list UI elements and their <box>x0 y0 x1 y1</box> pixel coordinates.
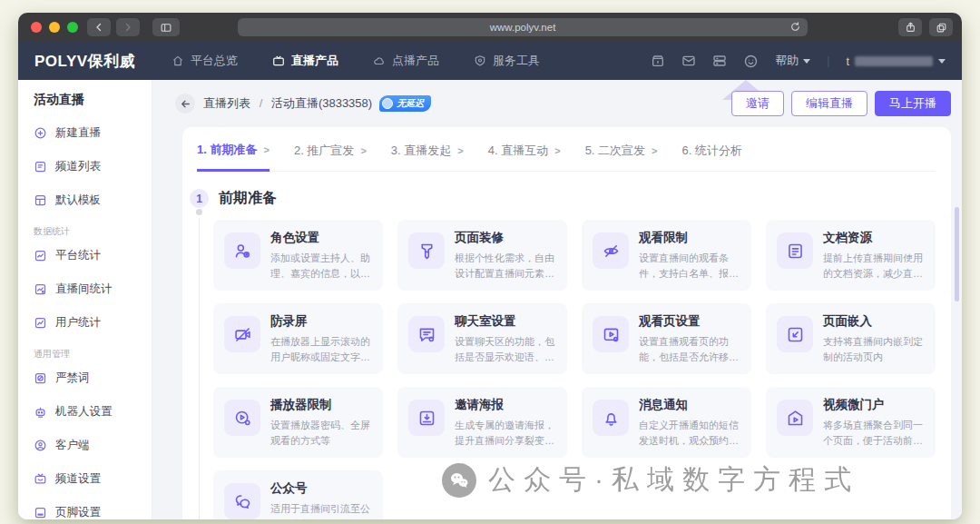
zoom-window-button[interactable] <box>67 22 78 33</box>
robot-icon <box>34 405 47 419</box>
browser-window: www.polyv.net POLYV保利威 平台总览 直播产品 <box>18 13 962 519</box>
chevron-right-icon: > <box>652 145 657 156</box>
forward-button[interactable] <box>116 18 140 36</box>
mail-icon[interactable] <box>681 54 696 68</box>
sidebar-item-default-template[interactable]: 默认模板 <box>34 183 146 217</box>
tab-preparation[interactable]: 1. 前期准备> <box>197 142 270 172</box>
nav-item-service-tools[interactable]: 服务工具 <box>474 53 540 69</box>
channel-list-icon <box>34 160 47 173</box>
breadcrumb-root[interactable]: 直播列表 <box>203 96 250 110</box>
sidebar-item-channel-list[interactable]: 频道列表 <box>34 150 146 183</box>
url-text: www.polyv.net <box>490 22 556 33</box>
sidebar-item-new-live[interactable]: 新建直播 <box>34 116 146 150</box>
no-delay-badge: 无延迟 <box>379 95 431 112</box>
step-tabs: 1. 前期准备> 2. 推广宣发> 3. 直播发起> 4. 直播互动> 5. 二… <box>197 127 936 172</box>
help-menu[interactable]: 帮助 <box>775 53 810 69</box>
tab-launch[interactable]: 3. 直播发起> <box>391 142 464 171</box>
sidebar-toggle-button[interactable] <box>152 18 180 36</box>
back-button[interactable] <box>87 18 111 36</box>
sidebar-section-stats: 数据统计 <box>34 225 146 238</box>
back-circle-button[interactable] <box>175 94 195 114</box>
sidebar-item-room-stats[interactable]: 直播间统计 <box>34 272 146 306</box>
header-buttons: 邀请 编辑直播 马上开播 <box>731 91 951 116</box>
document-icon <box>777 232 813 269</box>
chart-icon <box>34 316 47 330</box>
timeline-line <box>199 218 200 519</box>
tab-overview-button[interactable] <box>929 18 953 36</box>
card-document-resources[interactable]: 文档资源提前上传直播期间使用的文档资源，减少直播中的失… <box>766 220 936 291</box>
badge-icon <box>382 98 393 109</box>
eye-off-icon <box>593 232 629 269</box>
poster-icon <box>408 400 445 436</box>
footer-icon <box>34 506 47 519</box>
card-player-restriction[interactable]: 播放器限制设置播放器密码、全屏观看的方式等 <box>213 387 383 458</box>
tab-promotion[interactable]: 2. 推广宣发> <box>294 142 367 171</box>
nav-right-cluster: 帮助 | t <box>651 53 946 69</box>
divider: | <box>827 54 829 67</box>
watermark-text: 公众号·私域数字方程式 <box>488 461 859 499</box>
chevron-right-icon: > <box>457 145 463 156</box>
tab-repromotion[interactable]: 5. 二次宣发> <box>585 142 658 171</box>
roles-icon <box>224 232 260 269</box>
embed-icon <box>777 316 813 352</box>
tab-interaction[interactable]: 4. 直播互动> <box>488 142 561 171</box>
card-role-settings[interactable]: 角色设置添加或设置主持人、助理、嘉宾的信息，以及新增助… <box>213 220 383 291</box>
card-page-embed[interactable]: 页面嵌入支持将直播间内嵌到定制的活动页内 <box>766 303 936 374</box>
chevron-right-icon: > <box>554 145 560 156</box>
invite-button[interactable]: 邀请 <box>731 91 784 116</box>
card-invite-poster[interactable]: 邀请海报生成专属的邀请海报，提升直播间分享裂变的效果 <box>397 387 567 458</box>
share-button[interactable] <box>898 18 922 36</box>
sidebar-icon <box>160 22 172 34</box>
card-page-decoration[interactable]: 页面装修根据个性化需求，自由设计配置直播间元素。支持自… <box>397 220 567 291</box>
breadcrumb-current: 活动直播(3833358) <box>271 96 372 110</box>
sidebar-item-user-stats[interactable]: 用户统计 <box>34 306 146 340</box>
sidebar-item-banned-words[interactable]: 严禁词 <box>34 361 146 395</box>
sidebar-item-robot-settings[interactable]: 机器人设置 <box>34 395 146 429</box>
minimize-window-button[interactable] <box>49 22 60 33</box>
customer-service-icon[interactable] <box>743 54 759 69</box>
account-menu[interactable]: t <box>846 54 946 68</box>
card-watch-page-settings[interactable]: 观看页设置设置直播观看页的功能，包括是否允许移动端观看等 <box>582 303 751 374</box>
browser-titlebar: www.polyv.net <box>18 13 962 42</box>
card-anti-screen-record[interactable]: 防录屏在播放器上显示滚动的用户昵称或固定文字，达到防… <box>213 303 383 374</box>
breadcrumb-separator: / <box>260 96 263 110</box>
tab-analytics[interactable]: 6. 统计分析 <box>682 142 742 171</box>
card-official-account[interactable]: 公众号适用于直播间引流至公众号或客服，沉淀用户至私域… <box>213 470 383 519</box>
edit-live-button[interactable]: 编辑直播 <box>791 91 867 116</box>
polyv-logo[interactable]: POLYV保利威 <box>34 51 135 72</box>
sidebar-item-footer-settings[interactable]: 页脚设置 <box>34 496 146 519</box>
chevron-down-icon <box>803 59 810 64</box>
share-icon <box>905 21 916 34</box>
address-bar[interactable]: www.polyv.net <box>238 18 808 36</box>
portal-icon <box>777 400 813 436</box>
card-chatroom-settings[interactable]: 聊天室设置设置聊天区的功能，包括是否显示欢迎语、是否支持… <box>397 303 567 374</box>
tools-icon <box>474 54 486 67</box>
nav-item-platform-overview[interactable]: 平台总览 <box>172 53 238 69</box>
chevron-right-icon: > <box>263 144 269 155</box>
close-window-button[interactable] <box>31 22 42 33</box>
bell-icon <box>593 400 629 436</box>
start-live-button[interactable]: 马上开播 <box>875 91 951 116</box>
watermark: 公众号·私域数字方程式 <box>442 461 859 499</box>
nav-item-live-products[interactable]: 直播产品 <box>272 53 338 69</box>
section-number: 1 <box>190 189 209 208</box>
sidebar-item-platform-stats[interactable]: 平台统计 <box>34 239 146 272</box>
section-header: 1 前期准备 <box>190 189 951 208</box>
nav-item-vod-products[interactable]: 点播产品 <box>373 53 439 69</box>
card-video-portal[interactable]: 视频微门户将多场直播聚合到同一个页面，便于活动前期的宣发… <box>766 387 936 458</box>
storage-box-icon[interactable] <box>651 54 665 68</box>
scrollbar-thumb[interactable] <box>955 207 959 302</box>
chevron-right-icon: > <box>360 145 366 156</box>
card-message-notification[interactable]: 消息通知自定义开播通知的短信发送时机，观众预约直播后，… <box>582 387 751 458</box>
reload-icon[interactable] <box>789 21 801 33</box>
card-watch-restriction[interactable]: 观看限制设置直播间的观看条件，支持白名单、报名观看、验… <box>582 220 751 291</box>
player-restrict-icon <box>224 400 260 436</box>
titlebar-right-buttons <box>898 18 953 36</box>
chevron-right-icon <box>122 22 133 33</box>
app-top-nav: POLYV保利威 平台总览 直播产品 点播产品 服务工具 <box>18 42 962 80</box>
sidebar-item-client[interactable]: 客户端 <box>34 429 146 462</box>
sidebar-item-channel-settings[interactable]: 频道设置 <box>34 462 146 496</box>
console-icon[interactable] <box>712 54 727 68</box>
home-icon <box>172 54 184 67</box>
section-title: 前期准备 <box>219 189 277 208</box>
